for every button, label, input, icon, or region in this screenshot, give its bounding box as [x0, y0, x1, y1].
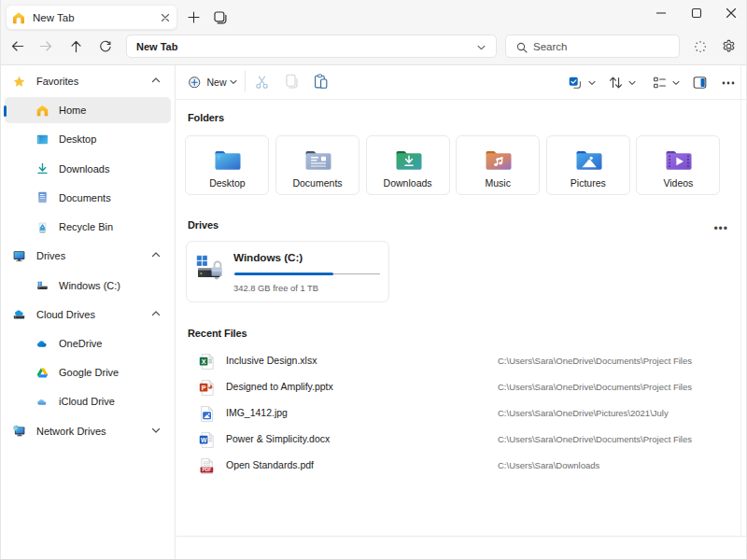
svg-text:X: X — [202, 357, 206, 366]
svg-text:PDF: PDF — [203, 468, 212, 472]
svg-text:P: P — [202, 384, 206, 392]
svg-text:W: W — [201, 437, 207, 443]
